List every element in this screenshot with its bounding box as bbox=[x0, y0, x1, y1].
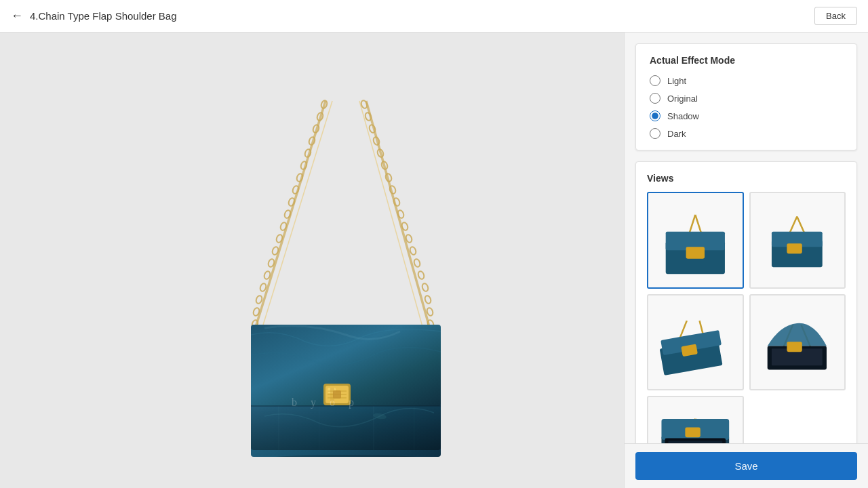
svg-rect-69 bbox=[686, 247, 705, 258]
effect-radio-light[interactable] bbox=[650, 75, 660, 86]
header: ← 4.Chain Type Flap Shoulder Bag Back bbox=[0, 0, 868, 33]
svg-point-6 bbox=[304, 148, 312, 158]
svg-rect-91 bbox=[685, 427, 700, 437]
svg-point-37 bbox=[417, 270, 425, 280]
svg-point-36 bbox=[413, 258, 421, 268]
svg-point-18 bbox=[255, 295, 263, 304]
effect-label-original: Original bbox=[667, 94, 698, 104]
back-button[interactable]: Back bbox=[814, 7, 857, 25]
views-panel: Views bbox=[635, 161, 857, 443]
svg-point-25 bbox=[368, 124, 376, 134]
right-panel-scroll: Actual Effect Mode Light Original Shadow bbox=[625, 33, 868, 443]
svg-rect-74 bbox=[787, 243, 802, 253]
view-thumb-0[interactable] bbox=[647, 192, 744, 289]
svg-text:b y o p: b y o p bbox=[292, 396, 359, 409]
svg-point-38 bbox=[421, 283, 429, 292]
header-left: ← 4.Chain Type Flap Shoulder Bag bbox=[11, 9, 177, 23]
thumb-image-0 bbox=[648, 193, 743, 287]
svg-point-31 bbox=[393, 197, 401, 207]
svg-line-22 bbox=[359, 101, 424, 331]
page-title: 4.Chain Type Flap Shoulder Bag bbox=[30, 10, 177, 22]
effect-panel-title: Actual Effect Mode bbox=[650, 55, 843, 66]
effect-option-shadow[interactable]: Shadow bbox=[650, 110, 843, 121]
svg-point-7 bbox=[300, 161, 308, 170]
thumb-image-2 bbox=[648, 296, 743, 390]
effect-label-dark: Dark bbox=[667, 129, 686, 139]
product-main-image: b y o p bbox=[142, 64, 481, 457]
view-thumb-3[interactable] bbox=[749, 294, 846, 391]
save-button[interactable]: Save bbox=[635, 452, 857, 480]
svg-point-9 bbox=[292, 185, 300, 195]
svg-line-1 bbox=[261, 101, 332, 331]
effect-label-shadow: Shadow bbox=[667, 111, 699, 121]
right-panel: Actual Effect Mode Light Original Shadow bbox=[624, 33, 868, 488]
main-content: b y o p Actual Effect Mode Light Origin bbox=[0, 33, 868, 488]
effect-label-light: Light bbox=[667, 76, 686, 86]
thumb-image-1 bbox=[751, 193, 845, 287]
view-thumb-4[interactable] bbox=[647, 396, 744, 443]
effect-option-original[interactable]: Original bbox=[650, 93, 843, 104]
view-thumb-2[interactable] bbox=[647, 294, 744, 391]
effect-radio-shadow[interactable] bbox=[650, 110, 660, 121]
svg-point-39 bbox=[424, 295, 432, 304]
svg-point-30 bbox=[389, 185, 397, 195]
effect-radio-original[interactable] bbox=[650, 93, 660, 104]
thumb-image-4 bbox=[648, 397, 743, 443]
thumb-image-3 bbox=[751, 296, 845, 390]
view-thumb-1[interactable] bbox=[749, 192, 846, 289]
effect-radio-group: Light Original Shadow Dark bbox=[650, 75, 843, 139]
save-area: Save bbox=[625, 443, 868, 488]
views-panel-title: Views bbox=[647, 173, 846, 184]
back-arrow-icon[interactable]: ← bbox=[11, 9, 23, 23]
product-preview-area: b y o p bbox=[0, 33, 624, 488]
svg-point-24 bbox=[364, 112, 372, 121]
effect-option-light[interactable]: Light bbox=[650, 75, 843, 86]
effect-radio-dark[interactable] bbox=[650, 128, 660, 139]
effect-option-dark[interactable]: Dark bbox=[650, 128, 843, 139]
svg-point-8 bbox=[296, 173, 304, 182]
svg-rect-84 bbox=[787, 342, 802, 352]
views-grid bbox=[647, 192, 846, 443]
effect-mode-panel: Actual Effect Mode Light Original Shadow bbox=[635, 43, 857, 150]
product-image-container: b y o p bbox=[0, 33, 624, 488]
